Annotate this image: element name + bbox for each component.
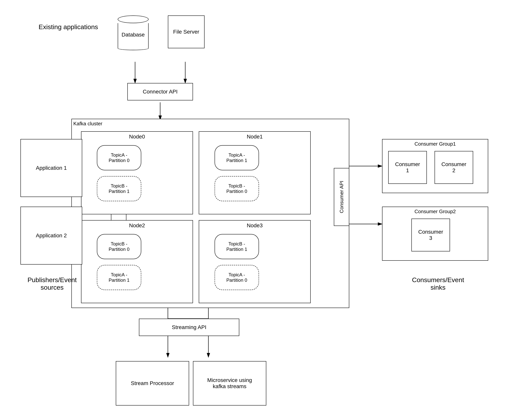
- node0-label: Node0: [129, 134, 145, 140]
- application2-box: Application 2: [21, 207, 82, 264]
- topicA-p0-box: TopicA - Partition 0: [97, 145, 141, 170]
- topicB-p1-node0-box: TopicB - Partition 1: [97, 176, 141, 201]
- database-icon: Database: [118, 15, 149, 50]
- diagram: Existing applications Database File Serv…: [0, 0, 521, 420]
- topicB-p0-node1-box: TopicB - Partition 0: [215, 176, 259, 201]
- topicA-p0-node3-box: TopicA - Partition 0: [215, 265, 259, 290]
- topicB-p0-node2-box: TopicB - Partition 0: [97, 234, 141, 259]
- application1-box: Application 1: [21, 139, 82, 197]
- topicB-p1-node3-label: TopicB - Partition 1: [226, 241, 247, 252]
- consumers-label: Consumers/Event sinks: [401, 276, 475, 291]
- consumer-group1-label: Consumer Group1: [414, 141, 456, 147]
- streaming-api-box: Streaming API: [139, 319, 239, 336]
- file-server-box: File Server: [168, 15, 205, 48]
- streaming-api-label: Streaming API: [172, 324, 206, 330]
- topicB-p1-node0-label: TopicB - Partition 1: [109, 183, 130, 194]
- kafka-cluster-label: Kafka cluster: [73, 121, 102, 127]
- database-label: Database: [122, 32, 145, 38]
- topicB-p1-node3-box: TopicB - Partition 1: [215, 234, 259, 259]
- application1-label: Application 1: [36, 165, 67, 171]
- node2-label: Node2: [129, 222, 145, 229]
- consumer-api-box: Consumer API: [334, 168, 349, 226]
- node1-box: Node1 TopicA - Partition 1 TopicB - Part…: [199, 131, 311, 214]
- consumer-group2-label: Consumer Group2: [414, 209, 456, 215]
- topicA-p1-box: TopicA - Partition 1: [215, 145, 259, 170]
- consumer-api-label: Consumer API: [339, 181, 345, 213]
- consumer1-label: Consumer 1: [395, 161, 420, 174]
- topicA-p1-node2-box: TopicA - Partition 1: [97, 265, 141, 290]
- consumer3-label: Consumer 3: [418, 229, 443, 241]
- stream-processor-label: Stream Processor: [131, 380, 174, 386]
- consumer-group2-box: Consumer Group2 Consumer 3: [382, 207, 488, 261]
- node1-label: Node1: [247, 134, 263, 140]
- topicA-p0-label: TopicA - Partition 0: [109, 152, 130, 163]
- node3-box: Node3 TopicB - Partition 1 TopicA - Part…: [199, 220, 311, 303]
- consumer3-box: Consumer 3: [411, 219, 450, 251]
- connector-api-box: Connector API: [127, 83, 193, 100]
- topicA-p1-node2-label: TopicA - Partition 1: [109, 272, 130, 283]
- consumer2-box: Consumer 2: [434, 151, 473, 184]
- topicA-p1-label: TopicA - Partition 1: [226, 152, 247, 163]
- topicB-p0-node1-label: TopicB - Partition 0: [226, 183, 247, 194]
- node2-box: Node2 TopicB - Partition 0 TopicA - Part…: [81, 220, 193, 303]
- application2-label: Application 2: [36, 232, 67, 239]
- microservice-box: Microservice using kafka streams: [193, 361, 266, 405]
- publishers-label: Publishers/Event sources: [15, 276, 89, 291]
- connector-api-label: Connector API: [143, 89, 178, 95]
- consumer-group1-box: Consumer Group1 Consumer 1 Consumer 2: [382, 139, 488, 193]
- topicB-p0-node2-label: TopicB - Partition 0: [109, 241, 130, 252]
- node3-label: Node3: [247, 222, 263, 229]
- existing-applications-label: Existing applications: [39, 23, 98, 31]
- stream-processor-box: Stream Processor: [116, 361, 189, 405]
- microservice-label: Microservice using kafka streams: [207, 377, 252, 390]
- consumer1-box: Consumer 1: [388, 151, 427, 184]
- topicA-p0-node3-label: TopicA - Partition 0: [226, 272, 247, 283]
- consumer2-label: Consumer 2: [441, 161, 466, 174]
- node0-box: Node0 TopicA - Partition 0 TopicB - Part…: [81, 131, 193, 214]
